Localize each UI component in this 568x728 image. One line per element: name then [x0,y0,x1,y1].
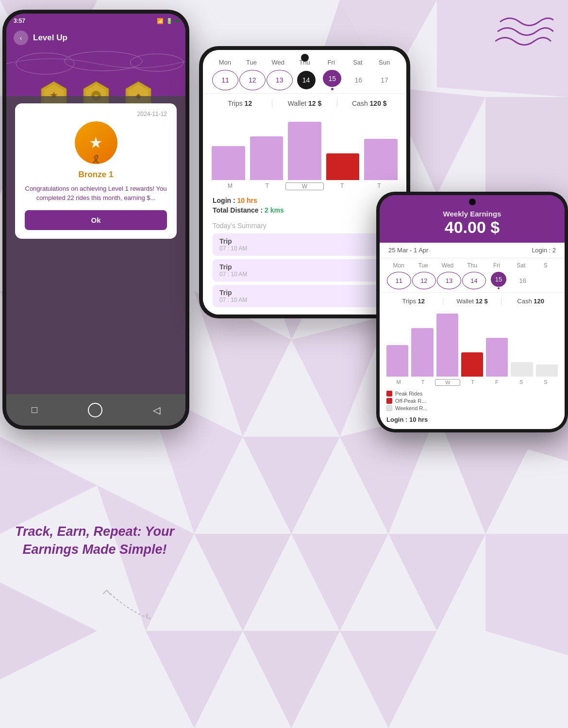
p-day-sat: Sat [509,262,533,269]
p-day-tue: Tue [411,262,435,269]
svg-marker-25 [146,631,243,728]
p-bar-s2 [536,364,558,377]
p-bar-t1 [411,328,433,377]
wave-decoration [495,15,553,50]
p-bar-f [486,338,508,377]
right-camera [469,199,476,205]
modal-text: Congratulations on achieving Level 1 rew… [25,184,167,203]
modal-date: 2024-11-12 [25,111,167,117]
svg-marker-23 [243,631,340,728]
p-bar-m [386,345,408,377]
trip-2-time: 07 : 10 AM [219,271,390,278]
login-text: Login : 2 [532,247,556,254]
trip-2-label: Trip [219,263,390,271]
weekly-label: Weekly Earnings [389,210,555,218]
stats-row: Trips 12 Wallet 12 $ Cash 120 $ [203,93,406,113]
p-day-wed: Wed [435,262,460,269]
p-date-14[interactable]: 14 [462,272,486,289]
award-circle: ★ 🎗 [75,121,117,164]
svg-marker-20 [388,534,485,631]
right-chart-area: M T W T F S S [380,310,565,388]
chart-bar-m [212,146,245,180]
p-stat-cash: Cash 120 [501,298,560,305]
chart-label-t3: T [361,182,398,190]
chart-bar-t2 [326,153,360,180]
trip-1-time: 07 : 10 AM [219,245,390,252]
p-date-16[interactable]: 16 [511,272,535,289]
chart-area: M T W T T [203,113,406,193]
p-date-13[interactable]: 13 [437,272,461,289]
weekly-amount: 40.00 $ [389,218,555,237]
cal-day-wed: Wed [265,59,291,66]
summary-trip-3: Trip 07 : 10 AM [213,285,397,307]
right-stats-row: Trips 12 Wallet 12 $ Cash 120 [380,292,565,310]
bottom-nav: □ ◁ [6,394,185,426]
p-day-thu: Thu [460,262,484,269]
cal-date-13[interactable]: 13 [267,70,293,90]
nav-back-btn[interactable]: ◁ [153,404,160,416]
bronze-title: Bronze 1 [25,170,167,180]
chart-label-m: M [212,182,249,190]
summary-trip-1: Trip 07 : 10 AM [213,233,397,256]
phone-left: 3:57 📶 🔋 ‹ Level Up [2,10,189,430]
phone-left-header: ‹ Level Up [6,28,185,49]
nav-square-btn[interactable]: □ [32,404,37,415]
cal-day-mon: Mon [212,59,238,66]
svg-marker-31 [0,582,97,679]
chart-bar-t3 [364,139,398,180]
cal-day-sat: Sat [345,59,371,66]
cal-date-16[interactable]: 16 [346,70,371,90]
p-stat-trips: Trips 12 [384,298,443,305]
reward-modal: 2024-11-12 ★ 🎗 Bronze 1 Congratulations … [15,103,177,239]
phone-right: Weekly Earnings 40.00 $ 25 Mar - 1 Apr L… [376,192,568,432]
p-label-w: W [435,379,460,386]
headline-left-bottom: Track, Earn, Repeat: YourEarnings Made S… [10,523,180,558]
p-label-m: M [386,379,411,386]
nav-circle-btn[interactable] [88,403,102,417]
p-bar-w [436,314,458,377]
legend-weekend: Weekend R... [386,405,558,411]
p-date-11[interactable]: 11 [387,272,411,289]
trip-3-label: Trip [219,289,390,297]
date-range: 25 Mar - 1 Apr [388,247,428,254]
cal-day-sun: Sun [371,59,398,66]
cal-date-17[interactable]: 17 [372,70,397,90]
p-day-fri: Fri [484,262,509,269]
cal-date-14[interactable]: 14 [294,70,319,90]
stat-trips: Trips 12 [208,99,272,107]
stat-wallet: Wallet 12 $ [272,99,337,107]
p-day-sun: S [534,262,558,269]
back-button[interactable]: ‹ [14,31,28,45]
chart-bar-t1 [250,136,284,180]
date-login-row: 25 Mar - 1 Apr Login : 2 [380,243,565,258]
legend-peak: Peak Rides [386,391,558,397]
world-map-area [6,49,185,78]
cal-date-11[interactable]: 11 [212,70,238,90]
p-stat-wallet: Wallet 12 $ [443,298,502,305]
p-date-15[interactable]: 15 [487,272,510,289]
svg-marker-14 [243,437,340,534]
header-title: Level Up [33,33,67,43]
p-label-t1: T [411,379,435,386]
ok-button[interactable]: Ok [25,210,167,230]
trip-3-time: 07 : 10 AM [219,297,390,303]
svg-marker-19 [194,534,291,631]
p-bar-s1 [511,362,533,377]
svg-marker-30 [0,437,97,534]
cal-day-tue: Tue [238,59,265,66]
trip-1-label: Trip [219,237,390,245]
svg-marker-24 [340,631,437,728]
right-calendar: Mon Tue Wed Thu Fri Sat S 11 12 13 14 15 [380,258,565,292]
login-row: Login : 10 hrs [213,197,397,204]
cal-date-12[interactable]: 12 [239,70,266,90]
chart-bar-w [288,122,321,180]
p-label-f: F [485,379,509,386]
chart-label-t2: T [324,182,361,190]
legend-offpeak: Off-Peak R... [386,398,558,404]
status-time: 3:57 [14,17,25,24]
cal-date-15[interactable]: 15 [319,70,345,90]
p-bar-t2 [461,352,483,377]
chart-legend: Peak Rides Off-Peak R... Weekend R... [380,388,565,414]
mid-camera [301,54,309,62]
p-date-12[interactable]: 12 [412,272,436,289]
